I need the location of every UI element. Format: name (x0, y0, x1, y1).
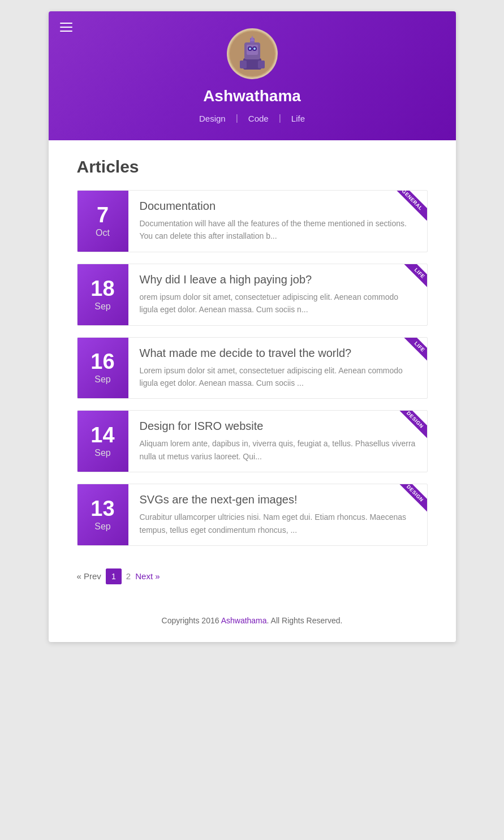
article-body: Why did I leave a high paying job? orem … (128, 264, 427, 325)
category-label: DESIGN (397, 411, 427, 438)
nav-life[interactable]: Life (281, 114, 315, 123)
article-excerpt: Documentation will have all the features… (140, 217, 416, 243)
nav-code[interactable]: Code (238, 114, 279, 123)
date-block: 16 Sep (77, 338, 128, 399)
footer-suffix: . All Rights Reserved. (267, 616, 343, 625)
article-body: Documentation Documentation will have al… (128, 191, 427, 252)
page-wrapper: Ashwathama Design | Code | Life Articles… (49, 11, 456, 642)
svg-point-9 (253, 48, 256, 50)
hamburger-menu[interactable] (60, 23, 72, 32)
date-day: 16 (91, 351, 114, 372)
pagination-next[interactable]: Next » (135, 571, 160, 581)
category-label: LIFE (404, 264, 427, 288)
pagination-page-1[interactable]: 1 (106, 568, 122, 584)
date-month: Sep (94, 522, 110, 532)
date-month: Oct (96, 228, 110, 238)
article-excerpt: Curabitur ullamcorper ultricies nisi. Na… (140, 511, 416, 536)
article-title[interactable]: SVGs are the next-gen images! (140, 493, 416, 506)
date-day: 13 (91, 498, 114, 519)
date-day: 18 (91, 278, 114, 299)
date-block: 14 Sep (77, 411, 128, 472)
article-excerpt: orem ipsum dolor sit amet, consectetuer … (140, 291, 416, 316)
svg-point-8 (249, 48, 251, 50)
date-month: Sep (94, 448, 110, 458)
date-block: 13 Sep (77, 484, 128, 545)
article-title[interactable]: Documentation (140, 200, 416, 213)
main-content: Articles 7 Oct Documentation Documentati… (49, 140, 456, 607)
article-card-article-travel-world: 16 Sep What made me decide to travel the… (77, 337, 428, 399)
nav-links: Design | Code | Life (60, 113, 445, 123)
date-month: Sep (94, 301, 110, 312)
article-body: What made me decide to travel the world?… (128, 338, 427, 399)
site-header: Ashwathama Design | Code | Life (49, 11, 456, 140)
category-ribbon: GENERAL (393, 191, 427, 225)
pagination-prev[interactable]: « Prev (77, 571, 101, 581)
footer-text: Copyrights 2016 (162, 616, 219, 625)
footer-link[interactable]: Ashwathama (221, 616, 267, 625)
article-card-article-svg-images: 13 Sep SVGs are the next-gen images! Cur… (77, 484, 428, 546)
articles-list: 7 Oct Documentation Documentation will h… (77, 190, 428, 546)
date-day: 7 (97, 204, 109, 226)
pagination-page-2[interactable]: 2 (126, 571, 131, 581)
date-month: Sep (94, 374, 110, 385)
article-excerpt: Aliquam lorem ante, dapibus in, viverra … (140, 437, 416, 463)
article-card-article-isro-website: 14 Sep Design for ISRO website Aliquam l… (77, 410, 428, 472)
article-excerpt: Lorem ipsum dolor sit amet, consectetuer… (140, 364, 416, 390)
category-ribbon: LIFE (393, 338, 427, 372)
articles-heading: Articles (77, 157, 428, 176)
avatar (227, 28, 278, 79)
category-label: DESIGN (397, 484, 427, 512)
article-body: SVGs are the next-gen images! Curabitur … (128, 484, 427, 545)
article-card-article-high-paying-job: 18 Sep Why did I leave a high paying job… (77, 264, 428, 326)
site-footer: Copyrights 2016 Ashwathama. All Rights R… (49, 607, 456, 642)
category-ribbon: DESIGN (393, 484, 427, 518)
article-card-article-documentation: 7 Oct Documentation Documentation will h… (77, 190, 428, 252)
category-label: LIFE (404, 338, 427, 362)
category-ribbon: LIFE (393, 264, 427, 298)
svg-rect-3 (258, 61, 265, 68)
svg-rect-2 (240, 61, 247, 68)
article-title[interactable]: What made me decide to travel the world? (140, 347, 416, 360)
site-title: Ashwathama (60, 87, 445, 105)
category-ribbon: DESIGN (393, 411, 427, 445)
date-block: 18 Sep (77, 264, 128, 325)
article-body: Design for ISRO website Aliquam lorem an… (128, 411, 427, 472)
article-title[interactable]: Design for ISRO website (140, 420, 416, 433)
pagination: « Prev 1 2 Next » (77, 557, 428, 590)
article-title[interactable]: Why did I leave a high paying job? (140, 273, 416, 286)
nav-design[interactable]: Design (189, 114, 236, 123)
date-day: 14 (91, 424, 114, 446)
category-label: GENERAL (393, 191, 427, 221)
date-block: 7 Oct (77, 191, 128, 252)
